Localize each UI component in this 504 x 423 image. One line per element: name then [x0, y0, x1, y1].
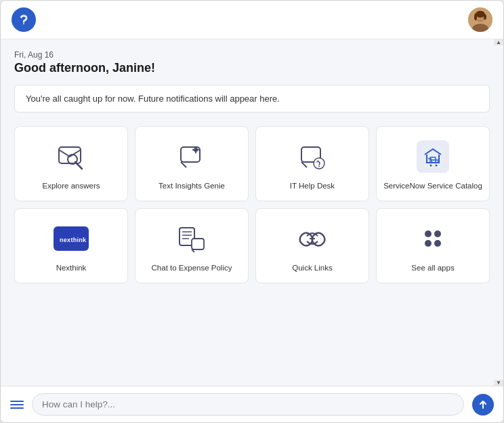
svg-point-8 [484, 14, 486, 20]
app-card-explore-answers[interactable]: Explore answers [14, 126, 128, 201]
date-label: Fri, Aug 16 [14, 50, 490, 60]
app-label-it-help-desk: IT Help Desk [290, 181, 335, 191]
bottom-bar [1, 386, 503, 422]
app-card-chat-expense-policy[interactable]: Chat to Expense Policy [135, 208, 249, 283]
app-label-explore-answers: Explore answers [42, 181, 100, 191]
header-bar [1, 1, 503, 39]
main-scroll-area[interactable]: ▲ Fri, Aug 16 Good afternoon, Janine! Yo… [1, 39, 503, 386]
svg-point-19 [436, 165, 438, 167]
notification-banner: You're all caught up for now. Future not… [14, 85, 490, 113]
svg-point-14 [314, 158, 324, 169]
nexthink-icon: nexthink [54, 221, 89, 256]
servicenow-icon [415, 139, 450, 174]
app-window: ▲ Fri, Aug 16 Good afternoon, Janine! Yo… [0, 0, 504, 423]
svg-text:nexthink: nexthink [60, 237, 86, 243]
svg-point-32 [434, 240, 441, 247]
svg-rect-26 [192, 239, 204, 249]
svg-point-6 [476, 11, 485, 18]
app-label-see-all-apps: See all apps [411, 263, 454, 273]
app-card-servicenow[interactable]: ServiceNow Service Catalog [376, 126, 490, 201]
app-label-quick-links: Quick Links [292, 263, 332, 273]
search-input[interactable] [42, 399, 454, 409]
nexthink-logo-image: nexthink [54, 226, 89, 251]
explore-answers-icon [54, 139, 89, 174]
app-card-quick-links[interactable]: Quick Links [255, 208, 369, 283]
text-insights-genie-icon [174, 139, 209, 174]
quick-links-icon [295, 221, 330, 256]
it-help-desk-icon [295, 139, 330, 174]
svg-point-29 [425, 230, 432, 237]
svg-point-1 [23, 23, 24, 24]
app-logo[interactable] [12, 7, 36, 32]
user-avatar[interactable] [468, 7, 492, 32]
greeting-message: Good afternoon, Janine! [14, 61, 490, 75]
svg-point-15 [318, 166, 320, 167]
see-all-apps-icon [415, 221, 450, 256]
menu-button[interactable] [10, 401, 24, 409]
svg-point-11 [68, 155, 77, 164]
send-button[interactable] [472, 394, 494, 416]
svg-point-31 [425, 240, 432, 247]
app-grid: Explore answers Text Insights Genie [14, 126, 490, 283]
app-label-text-insights-genie: Text Insights Genie [159, 181, 225, 191]
chat-expense-policy-icon [174, 221, 209, 256]
app-card-it-help-desk[interactable]: IT Help Desk [255, 126, 369, 201]
notification-text: You're all caught up for now. Future not… [26, 94, 280, 104]
app-label-servicenow: ServiceNow Service Catalog [383, 181, 482, 191]
app-card-see-all-apps[interactable]: See all apps [376, 208, 490, 283]
app-label-nexthink: Nexthink [56, 263, 87, 273]
main-content: Fri, Aug 16 Good afternoon, Janine! You'… [1, 39, 503, 386]
app-card-nexthink[interactable]: nexthink Nexthink [14, 208, 128, 283]
search-input-wrap[interactable] [32, 393, 464, 416]
svg-point-7 [474, 14, 477, 20]
svg-point-30 [434, 230, 441, 237]
scroll-up-arrow[interactable]: ▲ [494, 39, 503, 45]
scroll-down-arrow[interactable]: ▼ [494, 380, 503, 386]
svg-point-18 [430, 165, 432, 167]
app-card-text-insights-genie[interactable]: Text Insights Genie [135, 126, 249, 201]
app-label-chat-expense-policy: Chat to Expense Policy [152, 263, 232, 273]
